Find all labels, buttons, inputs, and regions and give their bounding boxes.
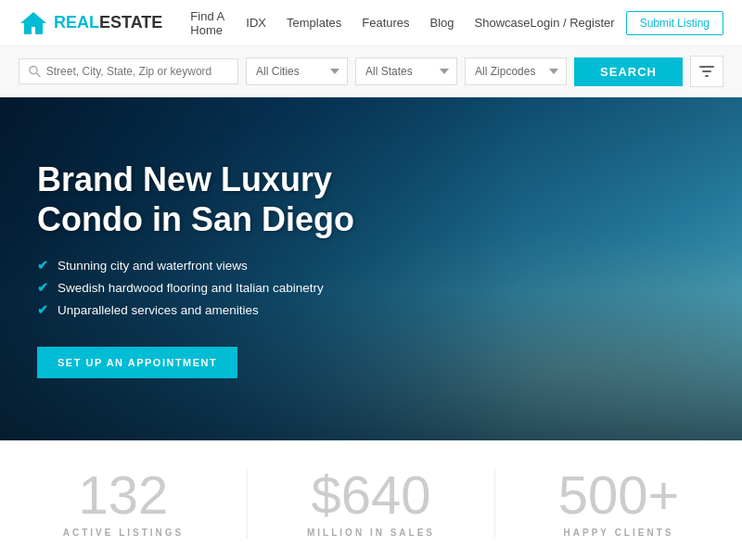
hero-feature-3: ✔ Unparalleled services and amenities	[37, 302, 417, 317]
zipcodes-select[interactable]: All Zipcodes	[465, 57, 567, 85]
nav-features[interactable]: Features	[362, 16, 409, 30]
check-icon-3: ✔	[37, 302, 48, 317]
states-select[interactable]: All States	[355, 57, 457, 85]
nav-right: Login / Register Submit Listing	[531, 11, 723, 35]
hero-title: Brand New Luxury Condo in San Diego	[37, 159, 417, 239]
cities-select[interactable]: All Cities	[246, 57, 348, 85]
search-input-wrap[interactable]	[19, 58, 238, 84]
appointment-button[interactable]: SET UP AN APPOINTMENT	[37, 347, 237, 378]
nav-showcase[interactable]: Showcase	[475, 16, 531, 30]
filter-icon	[699, 65, 714, 78]
logo-house-icon	[19, 10, 48, 36]
svg-marker-0	[20, 12, 46, 34]
search-icon	[29, 65, 41, 78]
nav-find-a-home[interactable]: Find A Home	[190, 9, 225, 37]
nav-blog[interactable]: Blog	[430, 16, 454, 30]
navbar: REALESTATE Find A Home IDX Templates Fea…	[0, 0, 742, 46]
stat-number-sales: $640	[311, 468, 430, 522]
hero-section: Brand New Luxury Condo in San Diego ✔ St…	[0, 97, 742, 440]
hero-feature-2: ✔ Swedish hardwood flooring and Italian …	[37, 280, 417, 295]
login-register-link[interactable]: Login / Register	[531, 16, 615, 30]
check-icon-2: ✔	[37, 280, 48, 295]
stat-active-listings: 132 ACTIVE LISTINGS	[0, 468, 248, 538]
stat-label-listings: ACTIVE LISTINGS	[63, 528, 185, 538]
svg-rect-5	[705, 75, 709, 77]
stats-section: 132 ACTIVE LISTINGS $640 MILLION IN SALE…	[0, 440, 742, 556]
search-button[interactable]: SEARCH	[574, 57, 683, 86]
check-icon-1: ✔	[37, 258, 48, 273]
stat-number-listings: 132	[79, 468, 169, 522]
svg-rect-3	[699, 66, 714, 68]
stat-number-clients: 500+	[558, 468, 680, 522]
stat-label-clients: HAPPY CLIENTS	[564, 528, 674, 538]
stat-happy-clients: 500+ HAPPY CLIENTS	[495, 468, 742, 538]
logo[interactable]: REALESTATE	[19, 10, 162, 36]
search-bar: All Cities All States All Zipcodes SEARC…	[0, 46, 742, 97]
svg-line-2	[36, 73, 40, 77]
hero-feature-1: ✔ Stunning city and waterfront views	[37, 258, 417, 273]
nav-templates[interactable]: Templates	[287, 16, 341, 30]
hero-content: Brand New Luxury Condo in San Diego ✔ St…	[0, 97, 445, 440]
stat-label-sales: MILLION IN SALES	[307, 528, 435, 538]
logo-text: REALESTATE	[54, 13, 162, 32]
hero-features-list: ✔ Stunning city and waterfront views ✔ S…	[37, 258, 417, 325]
stat-million-sales: $640 MILLION IN SALES	[248, 468, 495, 538]
nav-links: Find A Home IDX Templates Features Blog …	[190, 9, 530, 37]
submit-listing-button[interactable]: Submit Listing	[626, 11, 723, 35]
filter-button[interactable]	[690, 56, 723, 87]
nav-idx[interactable]: IDX	[246, 16, 266, 30]
svg-rect-4	[702, 70, 711, 72]
search-input[interactable]	[46, 65, 228, 78]
